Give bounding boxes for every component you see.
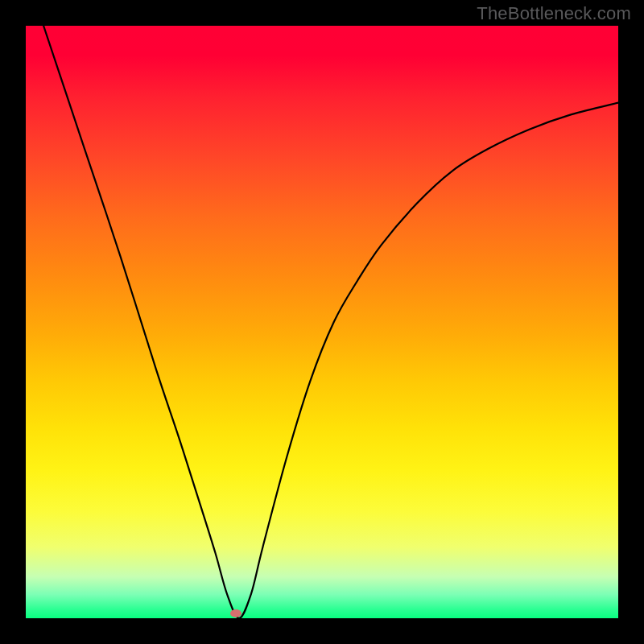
- minimum-marker: [230, 609, 242, 617]
- curve-svg: [26, 26, 618, 618]
- chart-frame: TheBottleneck.com: [0, 0, 644, 644]
- watermark-text: TheBottleneck.com: [477, 3, 631, 24]
- bottleneck-curve: [43, 26, 618, 618]
- plot-area: [26, 26, 618, 618]
